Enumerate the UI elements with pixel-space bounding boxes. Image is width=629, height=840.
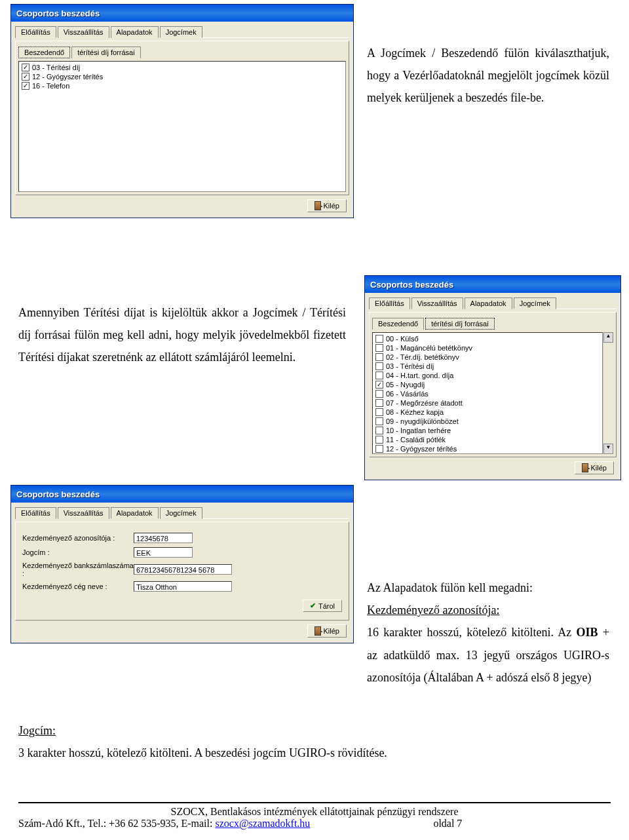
list-item[interactable]: 03 - Térítési díj [374, 362, 601, 371]
paragraph-4: Jogcím: 3 karakter hosszú, kötelező kitö… [18, 719, 608, 764]
exit-label: Kilép [591, 464, 607, 472]
subtab-teritesi[interactable]: térítési díj forrásai [71, 47, 140, 58]
exit-button[interactable]: Kilép [307, 624, 347, 638]
tab-alapadatok[interactable]: Alapadatok [111, 507, 159, 519]
para4-text: 3 karakter hosszú, kötelező kitölteni. A… [18, 742, 608, 764]
paragraph-1: A Jogcímek / Beszedendő fülön kiválaszth… [367, 42, 609, 109]
door-icon [582, 463, 588, 472]
item-label: 09 - nyugdíjkülönbözet [386, 417, 459, 426]
paragraph-3: Az Alapadatok fülön kell megadni: Kezdem… [367, 577, 609, 689]
checkbox-icon[interactable] [22, 73, 29, 81]
item-label: 07 - Megőrzésre átadott [386, 398, 463, 408]
item-label: 02 - Tér.díj. betétkönyv [386, 353, 459, 362]
subtab-beszedendo[interactable]: Beszedendő [372, 318, 424, 330]
tab-eloallitas[interactable]: Előállítás [369, 297, 410, 309]
tab-visszaallitas[interactable]: Visszaállítás [411, 297, 463, 309]
list-item[interactable]: 03 - Térítési díj [20, 63, 344, 72]
ceg-input[interactable]: Tisza Otthon [134, 581, 232, 592]
window-jogcimek-beszedendo: Csoportos beszedés Előállítás Visszaállí… [10, 4, 354, 218]
para3-line1: Az Alapadatok fülön kell megadni: [367, 577, 609, 599]
scroll-up-icon[interactable]: ▲ [603, 332, 613, 343]
tab-jogcimek[interactable]: Jogcímek [160, 26, 202, 38]
id-input[interactable]: 12345678 [134, 533, 193, 543]
checkbox-icon[interactable] [375, 445, 383, 453]
list-item[interactable]: 11 - Családi pótlék [374, 435, 601, 444]
checkbox-icon[interactable] [375, 408, 383, 416]
list-item[interactable]: 12 - Gyógyszer térítés [20, 72, 344, 81]
tab-eloallitas[interactable]: Előállítás [15, 26, 56, 38]
para3-heading: Kezdeményező azonosítója: [367, 599, 609, 621]
window-teritesi-forrasai: Csoportos beszedés Előállítás Visszaállí… [364, 275, 621, 480]
checkbox-icon[interactable] [375, 335, 383, 343]
list-item[interactable]: 09 - nyugdíjkülönbözet [374, 417, 601, 426]
tab-visszaallitas[interactable]: Visszaállítás [58, 26, 109, 38]
checklist[interactable]: 03 - Térítési díj 12 - Gyógyszer térítés… [18, 61, 346, 192]
tab-jogcimek[interactable]: Jogcímek [514, 297, 556, 309]
save-button[interactable]: ✔Tárol [303, 600, 342, 612]
footer-email-link[interactable]: szocx@szamadokft.hu [215, 818, 310, 829]
list-item[interactable]: 01 - Magáncélú betétkönyv [374, 343, 601, 353]
list-item[interactable]: 16 - Telefon [20, 81, 344, 90]
para3-bold: OIB [577, 626, 598, 639]
checklist[interactable]: 00 - Külső 01 - Magáncélú betétkönyv 02 … [372, 332, 603, 454]
item-label: 12 - Gyógyszer térítés [32, 72, 103, 81]
item-label: 10 - Ingatlan terhére [386, 426, 451, 435]
page-footer: SZOCX, Bentlakásos intézmények ellátottj… [18, 802, 611, 830]
tab-alapadatok[interactable]: Alapadatok [465, 297, 512, 309]
exit-button[interactable]: Kilép [575, 461, 614, 474]
exit-label: Kilép [324, 627, 339, 635]
footer-line2a: Szám-Adó Kft., Tel.: +36 62 535-935, E-m… [18, 818, 215, 829]
list-item[interactable]: 07 - Megőrzésre átadott [374, 398, 601, 408]
item-label: 01 - Magáncélú betétkönyv [386, 343, 472, 353]
exit-button[interactable]: Kilép [307, 199, 347, 212]
checkbox-icon[interactable] [375, 399, 383, 407]
titlebar[interactable]: Csoportos beszedés [11, 5, 353, 22]
para4-heading: Jogcím: [18, 719, 608, 742]
list-item[interactable]: 10 - Ingatlan terhére [374, 426, 601, 435]
checkbox-icon[interactable] [375, 381, 383, 389]
checkbox-icon[interactable] [375, 372, 383, 379]
jogcim-input[interactable]: EEK [134, 547, 193, 558]
scroll-down-icon[interactable]: ▼ [603, 444, 613, 454]
titlebar[interactable]: Csoportos beszedés [11, 486, 353, 503]
item-label: 04 - H.tart. gond. díja [386, 371, 453, 380]
checkbox-icon[interactable] [375, 417, 383, 425]
titlebar[interactable]: Csoportos beszedés [365, 276, 620, 293]
checkbox-icon[interactable] [22, 64, 29, 71]
checkbox-icon[interactable] [375, 427, 383, 434]
tab-jogcimek[interactable]: Jogcímek [160, 507, 202, 519]
list-item[interactable]: 02 - Tér.díj. betétkönyv [374, 353, 601, 362]
checkbox-icon[interactable] [375, 390, 383, 398]
checkbox-icon[interactable] [22, 82, 29, 90]
checkbox-icon[interactable] [375, 436, 383, 444]
scrollbar[interactable]: ▲ ▼ [603, 332, 613, 454]
list-item[interactable]: 05 - Nyugdíj [374, 380, 601, 389]
list-item[interactable]: 08 - Kézhez kapja [374, 408, 601, 417]
list-item[interactable]: 06 - Vásárlás [374, 389, 601, 398]
door-icon [314, 626, 321, 636]
list-item[interactable]: 12 - Gyógyszer térítés [374, 444, 601, 453]
item-label: 03 - Térítési díj [32, 63, 80, 72]
save-label: Tárol [318, 602, 335, 610]
main-tabs: Előállítás Visszaállítás Alapadatok Jogc… [15, 506, 349, 519]
checkbox-icon[interactable] [375, 353, 383, 361]
tab-alapadatok[interactable]: Alapadatok [111, 26, 159, 38]
list-item[interactable]: 04 - H.tart. gond. díja [374, 371, 601, 380]
subtab-beszedendo[interactable]: Beszedendő [18, 47, 70, 58]
bank-label: Kezdeményező bankszámlaszáma : [22, 562, 134, 577]
window-title: Csoportos beszedés [16, 9, 100, 18]
item-label: 11 - Családi pótlék [386, 435, 446, 444]
footer-line1: SZOCX, Bentlakásos intézmények ellátottj… [18, 806, 611, 818]
list-item[interactable]: 00 - Külső [374, 334, 601, 343]
checkbox-icon[interactable] [375, 362, 383, 370]
paragraph-2: Amennyiben Térítési díjat is kijelöltük … [18, 301, 346, 369]
subtab-teritesi[interactable]: térítési díj forrásai [425, 318, 494, 330]
id-label: Kezdeményező azonosítója : [22, 534, 134, 542]
checkbox-icon[interactable] [375, 344, 383, 352]
main-tabs: Előállítás Visszaállítás Alapadatok Jogc… [15, 26, 349, 38]
tab-eloallitas[interactable]: Előállítás [15, 507, 56, 519]
item-label: 06 - Vásárlás [386, 389, 429, 398]
jogcim-label: Jogcím : [22, 548, 134, 556]
bank-input[interactable]: 678123456781234 5678 [134, 564, 232, 575]
tab-visszaallitas[interactable]: Visszaállítás [58, 507, 109, 519]
